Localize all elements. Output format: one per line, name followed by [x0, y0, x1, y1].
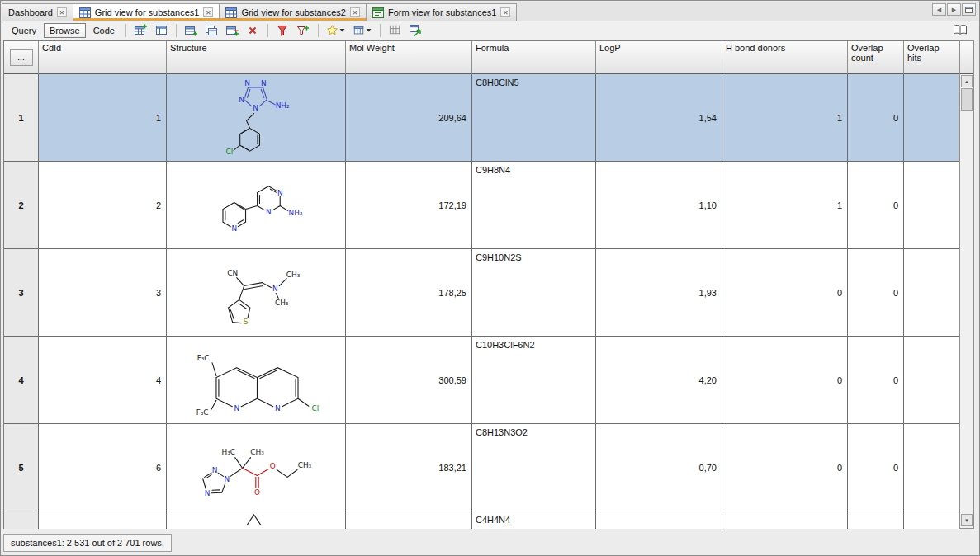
cell-cdid[interactable]: 1: [39, 74, 167, 162]
vertical-scrollbar[interactable]: [959, 40, 974, 529]
tab-grid-view-substances2[interactable]: Grid view for substances2: [219, 3, 367, 21]
cell-overlap-count[interactable]: 0: [848, 337, 904, 424]
code-mode-button[interactable]: Code: [88, 23, 121, 38]
cell-mol-weight[interactable]: 300,59: [346, 337, 472, 424]
tab-close-icon[interactable]: [350, 7, 360, 17]
cell-structure[interactable]: CN N CH₃ CH₃ S: [167, 249, 346, 337]
maximize-window-button[interactable]: [962, 3, 976, 16]
cell-overlap-hits[interactable]: [904, 74, 959, 162]
cell-overlap-hits[interactable]: [904, 424, 959, 511]
scroll-tabs-left-button[interactable]: [932, 3, 946, 16]
cell-logp[interactable]: [596, 511, 722, 529]
scroll-down-button[interactable]: [961, 514, 973, 526]
cell-h-bond-donors[interactable]: 0: [722, 424, 848, 511]
add-row-button[interactable]: [182, 22, 201, 39]
cell-overlap-count[interactable]: 0: [848, 424, 904, 511]
cell-h-bond-donors[interactable]: 0: [722, 337, 848, 424]
cell-overlap-hits[interactable]: [904, 162, 959, 249]
cell-formula[interactable]: C8H8ClN5: [472, 74, 596, 162]
tab-grid-view-substances1[interactable]: Grid view for substances1: [73, 3, 220, 21]
clone-row-button[interactable]: [202, 22, 221, 39]
cell-formula[interactable]: C10H3ClF6N2: [472, 337, 596, 424]
report-button[interactable]: [950, 22, 969, 39]
row-number[interactable]: 2: [4, 162, 39, 249]
lists-dropdown-button[interactable]: [324, 22, 348, 39]
cell-formula[interactable]: C9H8N4: [472, 162, 596, 249]
scrollbar-thumb[interactable]: [961, 88, 973, 111]
cell-cdid[interactable]: 3: [39, 249, 167, 337]
cell-cdid[interactable]: 4: [39, 337, 167, 424]
column-header-overlap-count[interactable]: Overlap count: [848, 41, 904, 74]
column-header-structure[interactable]: Structure: [167, 41, 346, 74]
table-row[interactable]: 3 3 CN: [4, 249, 959, 337]
export-button[interactable]: [406, 22, 425, 39]
tab-close-icon[interactable]: [500, 7, 510, 17]
views-dropdown-button[interactable]: [350, 22, 375, 39]
cell-cdid[interactable]: 2: [39, 162, 167, 249]
column-header-overlap-hits[interactable]: Overlap hits: [904, 41, 959, 74]
cell-overlap-count[interactable]: 0: [848, 162, 904, 249]
column-header-formula[interactable]: Formula: [472, 41, 596, 74]
table-row[interactable]: 4 4 F₃C F₃C N: [4, 337, 959, 424]
query-mode-button[interactable]: Query: [6, 23, 42, 38]
tab-form-view-substances1[interactable]: Form view for substances1: [366, 3, 517, 21]
cell-logp[interactable]: 1,10: [596, 162, 722, 249]
scroll-tabs-right-button[interactable]: [947, 3, 961, 16]
tab-close-icon[interactable]: [203, 7, 213, 17]
cell-h-bond-donors[interactable]: 1: [722, 162, 848, 249]
cell-logp[interactable]: 1,93: [596, 249, 722, 337]
table-button[interactable]: [152, 22, 171, 39]
cell-logp[interactable]: 0,70: [596, 424, 722, 511]
table-row[interactable]: 5 6: [4, 424, 959, 511]
cell-cdid[interactable]: 6: [39, 424, 167, 511]
cell-structure[interactable]: N N N H₃C CH₃ O O CH₃: [167, 424, 346, 511]
tab-dashboard[interactable]: Dashboard: [2, 3, 73, 21]
browse-mode-button[interactable]: Browse: [44, 23, 86, 38]
tab-close-icon[interactable]: [57, 7, 67, 17]
scroll-up-button[interactable]: [961, 75, 973, 87]
add-filter-button[interactable]: [294, 22, 313, 39]
column-header-cdid[interactable]: CdId: [39, 41, 167, 74]
grid-settings-button[interactable]: [386, 22, 405, 39]
cell-formula[interactable]: C8H13N3O2: [472, 424, 596, 511]
cell-mol-weight[interactable]: 183,21: [346, 424, 472, 511]
grid-options-button[interactable]: ...: [10, 49, 33, 66]
cell-structure[interactable]: N N N NH₂: [167, 162, 346, 249]
cell-logp[interactable]: 4,20: [596, 337, 722, 424]
cell-mol-weight[interactable]: 172,19: [346, 162, 472, 249]
cell-mol-weight[interactable]: 209,64: [346, 74, 472, 162]
column-header-logp[interactable]: LogP: [596, 41, 722, 74]
cell-logp[interactable]: 1,54: [596, 74, 722, 162]
cell-mol-weight[interactable]: 178,25: [346, 249, 472, 337]
column-header-h-bond-donors[interactable]: H bond donors: [722, 41, 848, 74]
cell-overlap-hits[interactable]: [904, 249, 959, 337]
row-number[interactable]: 3: [4, 249, 39, 337]
cell-h-bond-donors[interactable]: [722, 511, 848, 529]
cell-mol-weight[interactable]: [346, 511, 472, 529]
row-number[interactable]: 5: [4, 424, 39, 511]
cell-cdid[interactable]: [39, 511, 167, 529]
cell-formula[interactable]: C4H4N4: [472, 511, 596, 529]
cell-h-bond-donors[interactable]: 0: [722, 249, 848, 337]
cell-overlap-hits[interactable]: [904, 337, 959, 424]
cell-structure[interactable]: N N N N NH₂ Cl: [167, 74, 346, 162]
cell-overlap-count[interactable]: 0: [848, 74, 904, 162]
cell-h-bond-donors[interactable]: 1: [722, 74, 848, 162]
delete-row-button[interactable]: [244, 22, 263, 39]
cell-structure[interactable]: F₃C F₃C N N Cl: [167, 337, 346, 424]
row-number[interactable]: [4, 511, 39, 529]
filter-button[interactable]: [273, 22, 292, 39]
cell-overlap-count[interactable]: [848, 511, 904, 529]
table-row[interactable]: C4H4N4: [4, 511, 959, 529]
table-row[interactable]: 1 1: [4, 74, 959, 162]
table-add-button[interactable]: [131, 22, 150, 39]
row-number[interactable]: 4: [4, 337, 39, 424]
cell-overlap-hits[interactable]: [904, 511, 959, 529]
cell-structure[interactable]: [167, 511, 346, 529]
column-header-mol-weight[interactable]: Mol Weight: [346, 41, 472, 74]
aggregate-button[interactable]: [223, 22, 242, 39]
table-row[interactable]: 2 2 N N N: [4, 162, 959, 249]
cell-formula[interactable]: C9H10N2S: [472, 249, 596, 337]
row-number[interactable]: 1: [4, 74, 39, 162]
cell-overlap-count[interactable]: 0: [848, 249, 904, 337]
